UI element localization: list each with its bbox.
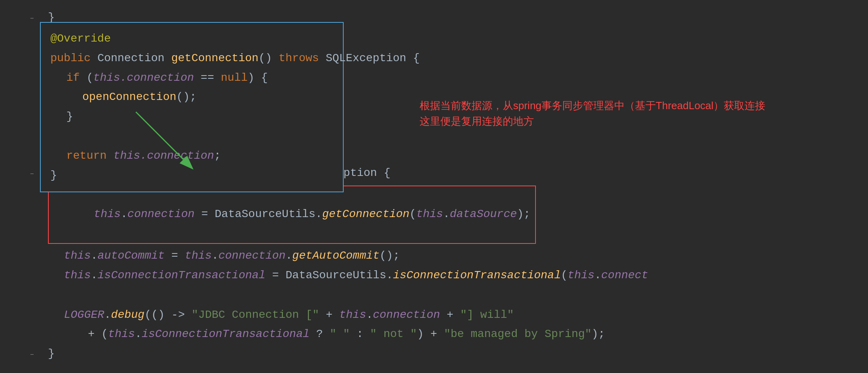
line-logger-2: + (this.isConnectionTransactional ? " " … <box>48 325 844 344</box>
popup-line-1: @Override <box>50 29 333 49</box>
popup-line-4: openConnection(); <box>50 88 333 107</box>
fold-icon[interactable]: − <box>28 15 36 24</box>
chinese-annotation: 根据当前数据源，从spring事务同步管理器中（基于ThreadLocal）获取… <box>420 98 765 129</box>
popup-box: @Override public Connection getConnectio… <box>40 22 344 192</box>
fold-icon-2[interactable]: − <box>28 170 36 179</box>
line-autocommit: this.autoCommit = this.connection.getAut… <box>48 246 844 266</box>
chinese-line-1: 根据当前数据源，从spring事务同步管理器中（基于ThreadLocal）获取… <box>420 98 765 114</box>
line-isconnectiontransactional: this.isConnectionTransactional = DataSou… <box>48 266 844 285</box>
popup-line-7: return this.connection; <box>50 146 333 166</box>
logger-identifier: LOGGER <box>64 306 104 324</box>
field-this-connection: this.connection <box>93 69 194 87</box>
type-sqlexception: SQLException <box>326 50 413 68</box>
class-datasourceutils: DataSourceUtils <box>215 208 315 220</box>
popup-line-5: } <box>50 107 333 127</box>
open-brace: { <box>413 50 420 68</box>
string-jdbc: "JDBC Connection [" <box>191 306 319 324</box>
gutter-fold-2: − <box>24 170 40 179</box>
final-closing-brace: } <box>48 345 55 363</box>
field-datasource: dataSource <box>450 208 517 220</box>
kw-throws: throws <box>279 50 326 68</box>
fold-icon-3[interactable]: − <box>28 351 36 360</box>
line-final-brace: − } <box>24 344 844 364</box>
line-logger-1: LOGGER.debug(() -> "JDBC Connection [" +… <box>48 305 844 325</box>
code-editor: − } @Override public Connection getConne… <box>0 0 868 372</box>
this-connection: this <box>94 208 121 220</box>
method-getconnection-2: getConnection <box>322 208 409 220</box>
annotation-override: @Override <box>50 30 111 48</box>
this-datasource: this <box>416 208 443 220</box>
popup-line-3: if (this.connection == null) { <box>50 68 333 88</box>
field-connection: connection <box>127 208 195 220</box>
line-empty <box>24 285 844 305</box>
highlighted-statement: this.connection = DataSourceUtils.getCon… <box>48 186 536 244</box>
kw-public: public <box>50 50 98 68</box>
kw-return: return <box>66 147 113 165</box>
field-this-connection-2: this.connection <box>113 147 214 165</box>
parens: () <box>259 50 279 68</box>
gutter-fold: − <box>24 15 40 24</box>
type-connection: Connection <box>98 50 171 68</box>
gutter-fold-3: − <box>24 351 40 360</box>
method-getconnection: getConnection <box>171 50 258 68</box>
kw-null: null <box>221 69 248 87</box>
chinese-line-2: 这里便是复用连接的地方 <box>420 114 765 129</box>
popup-line-8: } <box>50 166 333 186</box>
popup-line-6 <box>50 127 333 146</box>
method-openconnection: openConnection <box>82 88 176 106</box>
method-getautocommit: getAutoCommit <box>292 247 379 265</box>
popup-line-2: public Connection getConnection() throws… <box>50 49 333 68</box>
kw-if: if <box>66 69 86 87</box>
